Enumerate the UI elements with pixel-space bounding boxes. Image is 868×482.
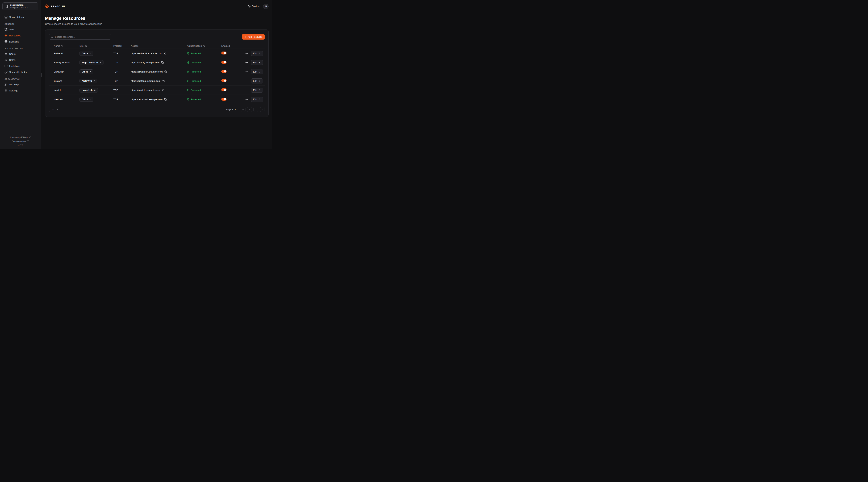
external-link-icon	[29, 136, 31, 138]
previous-page-button[interactable]	[247, 107, 252, 112]
sidebar-item-settings[interactable]: Settings	[2, 88, 38, 93]
table-row: Nextcloud Office TCP https://nextcloud.e…	[49, 95, 265, 104]
edit-label: Edit	[253, 89, 257, 91]
sort-icon[interactable]	[61, 45, 64, 47]
sidebar: Organization milo@fossorial.io's ... Ser…	[0, 0, 41, 149]
edit-label: Edit	[253, 70, 257, 73]
next-page-button[interactable]	[253, 107, 258, 112]
edit-label: Edit	[253, 52, 257, 55]
sort-icon[interactable]	[203, 45, 205, 47]
book-open-icon	[27, 140, 29, 142]
table-body: Authentik Office TCP https://authentik.e…	[49, 49, 265, 104]
site-link-button[interactable]: Office	[80, 51, 93, 56]
section-label-access-control: ACCESS CONTROL	[2, 47, 38, 50]
more-horizontal-icon	[245, 61, 248, 64]
edit-button[interactable]: Edit	[251, 51, 263, 56]
sort-icon[interactable]	[85, 45, 87, 47]
resource-access-url: https://immich.example.com	[131, 89, 160, 91]
page-size-select[interactable]: 20	[49, 107, 60, 112]
copy-url-button[interactable]	[162, 89, 164, 91]
add-resource-button[interactable]: Add Resource	[242, 34, 265, 39]
sidebar-item-label: Sites	[9, 28, 14, 31]
site-link-button[interactable]: Office	[80, 97, 93, 102]
enabled-toggle[interactable]	[221, 88, 226, 91]
table-row: Bitwarden Office TCP https://bitwarden.e…	[49, 67, 265, 76]
row-menu-button[interactable]	[245, 79, 248, 83]
site-name: Home Lab	[82, 89, 93, 91]
enabled-toggle[interactable]	[221, 98, 226, 101]
theme-switcher[interactable]: System	[248, 5, 260, 8]
copy-url-button[interactable]	[161, 61, 164, 64]
sidebar-nav: Server Admin GENERAL Sites Resources Dom…	[0, 13, 41, 134]
org-selector[interactable]: Organization milo@fossorial.io's ...	[2, 2, 38, 10]
resource-access-url: https://battery.example.com	[131, 61, 159, 64]
arrow-right-icon	[258, 71, 261, 73]
site-link-button[interactable]: AWS VPC	[80, 78, 97, 83]
arrow-up-right-icon	[99, 62, 101, 64]
sidebar-item-invitations[interactable]: Invitations	[2, 63, 38, 69]
copy-url-button[interactable]	[162, 79, 164, 82]
sidebar-item-users[interactable]: Users	[2, 51, 38, 57]
version-label: v1.7.0	[2, 144, 39, 147]
sidebar-item-resources[interactable]: Resources	[2, 33, 38, 38]
resource-protocol: TCP	[113, 70, 131, 73]
enabled-toggle[interactable]	[221, 79, 226, 82]
site-link-button[interactable]: Office	[80, 69, 93, 74]
resource-access-url: https://grafana.example.com	[131, 79, 160, 82]
enabled-toggle[interactable]	[221, 61, 226, 64]
sidebar-item-server-admin[interactable]: Server Admin	[2, 14, 38, 20]
pager-buttons	[241, 107, 265, 112]
site-link-button[interactable]: Edge Device 01	[80, 60, 103, 65]
resource-name: Battery Monitor	[49, 61, 80, 64]
search-input[interactable]	[49, 34, 111, 39]
edit-button[interactable]: Edit	[251, 69, 263, 74]
org-selector-label: Organization	[10, 4, 34, 6]
edit-button[interactable]: Edit	[251, 78, 263, 84]
table-header-row: Name Site Protocol Access Authenticati	[49, 43, 265, 49]
key-icon	[4, 83, 7, 86]
site-name: Office	[82, 70, 88, 73]
resources-table: Name Site Protocol Access Authenticati	[49, 43, 265, 104]
edit-button[interactable]: Edit	[251, 60, 263, 65]
documentation-link[interactable]: Documentation	[2, 140, 39, 142]
copy-url-button[interactable]	[164, 98, 167, 101]
brand: PANGOLIN	[45, 4, 65, 9]
edit-button[interactable]: Edit	[251, 88, 263, 93]
sidebar-resize-handle[interactable]	[41, 73, 41, 77]
avatar[interactable]: M	[263, 4, 269, 9]
edit-button[interactable]: Edit	[251, 97, 263, 102]
resource-protocol: TCP	[113, 89, 131, 91]
toggle-knob	[224, 70, 226, 72]
community-edition-link[interactable]: Community Edition	[2, 136, 39, 139]
sidebar-item-sites[interactable]: Sites	[2, 27, 38, 32]
row-menu-button[interactable]	[245, 89, 248, 92]
chevron-down-icon	[56, 108, 59, 110]
site-link-button[interactable]: Home Lab	[80, 88, 98, 93]
combine-icon	[4, 28, 7, 31]
site-name: Edge Device 01	[82, 61, 98, 64]
resource-name: Authentik	[49, 52, 80, 55]
sidebar-item-roles[interactable]: Roles	[2, 57, 38, 63]
enabled-toggle[interactable]	[221, 52, 226, 55]
sidebar-item-api-keys[interactable]: API Keys	[2, 82, 38, 87]
shield-check-icon	[187, 89, 190, 91]
topbar-right: System M	[248, 4, 269, 9]
table-row: Battery Monitor Edge Device 01 TCP https…	[49, 58, 265, 67]
auth-status-label: Protected	[191, 70, 201, 73]
card-footer: 20 Page 1 of 1	[49, 107, 265, 112]
building-icon	[5, 5, 8, 8]
row-menu-button[interactable]	[245, 98, 248, 101]
first-page-button[interactable]	[241, 107, 245, 112]
row-menu-button[interactable]	[245, 70, 248, 73]
row-menu-button[interactable]	[245, 61, 248, 64]
arrow-up-right-icon	[89, 53, 91, 54]
enabled-toggle[interactable]	[221, 70, 226, 73]
last-page-button[interactable]	[260, 107, 265, 112]
row-menu-button[interactable]	[245, 52, 248, 55]
copy-url-button[interactable]	[164, 52, 166, 55]
sidebar-footer: Community Edition Documentation v1.7.0	[0, 134, 41, 149]
sidebar-item-domains[interactable]: Domains	[2, 39, 38, 44]
column-header-name: Name	[49, 44, 80, 47]
copy-url-button[interactable]	[164, 70, 167, 73]
sidebar-item-shareable-links[interactable]: Shareable Links	[2, 69, 38, 75]
